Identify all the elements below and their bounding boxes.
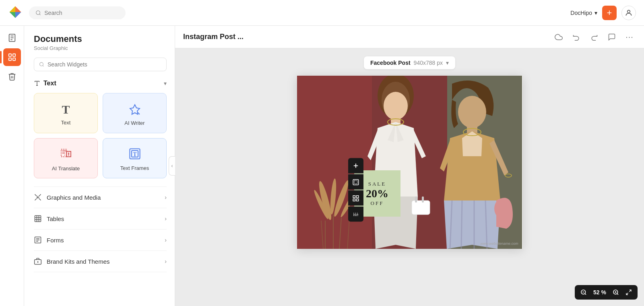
- text-frames-icon: T: [128, 147, 141, 162]
- zoom-in-icon: [613, 289, 619, 296]
- fullscreen-button[interactable]: [624, 287, 634, 297]
- svg-rect-9: [8, 58, 11, 60]
- cloud-icon: [555, 33, 563, 41]
- svg-line-54: [461, 201, 462, 249]
- zoom-in-button[interactable]: [611, 287, 621, 297]
- layers-button[interactable]: [348, 174, 363, 190]
- cloud-save-button[interactable]: [552, 31, 565, 43]
- zoom-out-icon: [580, 289, 587, 296]
- svg-line-12: [43, 66, 43, 66]
- redo-button[interactable]: [588, 31, 601, 43]
- widget-card-text[interactable]: T Text: [34, 93, 98, 133]
- svg-line-79: [617, 294, 618, 295]
- widgets-icon: [8, 53, 17, 62]
- widget-grid: T Text AI Writer: [34, 93, 167, 178]
- dochipo-button[interactable]: DocHipo ▾: [570, 10, 597, 16]
- forms-arrow: ›: [165, 237, 167, 243]
- nav-item-tables[interactable]: Tables ›: [34, 208, 167, 229]
- sidebar-item-trash[interactable]: [3, 68, 21, 85]
- svg-line-83: [626, 293, 628, 295]
- search-bar[interactable]: [29, 6, 126, 19]
- plus-icon: [352, 162, 359, 170]
- main-layout: Documents Social Graphic Text ▾ T Text: [0, 26, 644, 306]
- nav-item-brand-kits[interactable]: Brand Kits and Themes ›: [34, 250, 167, 272]
- undo-button[interactable]: [570, 31, 583, 43]
- search-icon: [35, 10, 41, 16]
- svg-point-59: [505, 174, 512, 177]
- text-section-header[interactable]: Text ▾: [34, 79, 167, 87]
- zoom-bar: 52 %: [575, 285, 638, 300]
- svg-rect-10: [12, 58, 15, 60]
- svg-rect-65: [357, 195, 359, 197]
- svg-point-11: [40, 62, 43, 66]
- profile-button[interactable]: [621, 6, 636, 20]
- size-selector[interactable]: Facebook Post 940x788 px ▾: [364, 56, 455, 69]
- svg-rect-67: [357, 199, 359, 201]
- panel-subtitle: Social Graphic: [34, 45, 167, 51]
- section-nav: Graphics and Media › Tables ›: [34, 186, 167, 272]
- layers-icon: [352, 178, 359, 186]
- brand-kits-icon: [34, 257, 42, 265]
- svg-line-41: [321, 221, 323, 249]
- svg-line-76: [585, 294, 586, 295]
- svg-line-1: [39, 14, 41, 15]
- dochipo-label: DocHipo: [570, 10, 592, 16]
- size-label: Facebook Post: [370, 60, 411, 66]
- sidebar-item-widgets[interactable]: [3, 48, 21, 66]
- nav-item-forms[interactable]: Forms ›: [34, 229, 167, 250]
- svg-rect-63: [354, 180, 357, 184]
- more-layers-button[interactable]: [348, 207, 363, 222]
- graphics-arrow: ›: [165, 194, 167, 201]
- tables-label: Tables: [47, 215, 64, 222]
- grid-icon: [352, 194, 359, 202]
- svg-rect-48: [415, 196, 417, 203]
- text-section-title: Text: [34, 79, 56, 87]
- svg-line-40: [339, 218, 341, 249]
- svg-point-0: [36, 10, 40, 14]
- search-widgets-input[interactable]: [47, 61, 161, 68]
- zoom-out-button[interactable]: [579, 287, 588, 297]
- documents-icon: [8, 33, 17, 42]
- comment-button[interactable]: [605, 31, 618, 43]
- brand-kits-arrow: ›: [165, 258, 167, 265]
- canvas-content[interactable]: Facebook Post 940x788 px ▾: [175, 48, 644, 306]
- undo-icon: [572, 33, 580, 41]
- svg-point-57: [494, 198, 510, 219]
- widget-card-text-frames[interactable]: T Text Frames: [103, 138, 167, 178]
- canvas-frame[interactable]: SALE 20% OFF: [297, 76, 522, 249]
- svg-point-51: [458, 96, 486, 128]
- size-chevron: ▾: [446, 60, 449, 66]
- widget-card-ai-translate[interactable]: AI Translate: [34, 138, 98, 178]
- add-button[interactable]: +: [602, 6, 617, 20]
- forms-label: Forms: [47, 237, 64, 244]
- text-section-label: Text: [43, 80, 56, 87]
- text-widget-icon: T: [62, 103, 70, 116]
- comment-icon: [608, 33, 616, 41]
- zoom-value: 52 %: [592, 289, 608, 296]
- panel-title: Documents: [34, 34, 167, 44]
- header-right: DocHipo ▾ +: [570, 6, 636, 20]
- grid-view-button[interactable]: [348, 190, 363, 206]
- fullscreen-icon: [625, 289, 632, 296]
- text-frames-label: Text Frames: [120, 165, 149, 171]
- search-input[interactable]: [44, 10, 119, 16]
- svg-rect-8: [12, 54, 15, 56]
- canvas-area: Instagram Post ... ···: [175, 26, 644, 306]
- text-section-icon: [34, 79, 40, 87]
- svg-text:T: T: [133, 151, 136, 157]
- svg-line-42: [347, 219, 349, 249]
- search-widgets-bar[interactable]: [34, 58, 167, 71]
- widget-card-ai-writer[interactable]: AI Writer: [103, 93, 167, 133]
- svg-point-45: [384, 92, 408, 120]
- sidebar-item-documents[interactable]: [3, 29, 21, 47]
- sale-percent: 20%: [366, 187, 388, 200]
- text-widget-label: Text: [61, 120, 71, 126]
- add-element-button[interactable]: [348, 158, 363, 174]
- header: DocHipo ▾ +: [0, 0, 644, 26]
- collapse-handle[interactable]: ‹: [169, 156, 175, 176]
- nav-item-graphics[interactable]: Graphics and Media ›: [34, 186, 167, 208]
- svg-rect-66: [353, 199, 355, 201]
- more-options-button[interactable]: ···: [623, 31, 636, 43]
- svg-rect-64: [353, 195, 355, 197]
- graphics-icon: [34, 193, 42, 201]
